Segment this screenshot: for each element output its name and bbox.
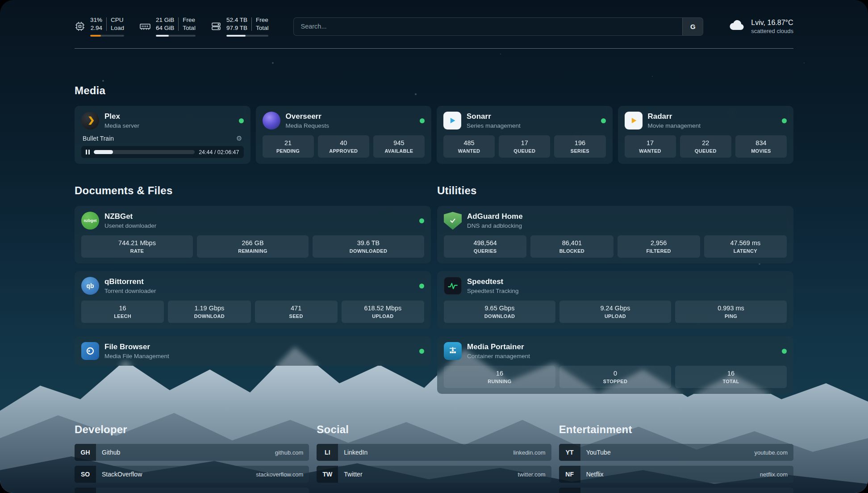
service-card-plex[interactable]: Plex Media server Bullet Train ⚙ <box>75 106 250 164</box>
service-desc: Series management <box>467 122 521 129</box>
memory-free-value: 21 GiB <box>156 16 174 24</box>
nzbget-icon: nzbget <box>81 212 99 230</box>
bookmark-stackoverflow[interactable]: SO StackOverflow stackoverflow.com <box>75 466 309 483</box>
memory-total-value: 64 GiB <box>156 24 174 32</box>
netflix-icon: NF <box>559 466 580 483</box>
section-media: Media Plex Media server <box>75 84 793 164</box>
service-card-qbittorrent[interactable]: qb qBittorrent Torrent downloader 16LEEC… <box>75 271 431 329</box>
stat-queries: 498,564QUERIES <box>444 235 526 258</box>
bookmark-youtube[interactable]: YT YouTube youtube.com <box>559 444 793 461</box>
status-dot <box>601 118 606 123</box>
search-input[interactable] <box>294 18 682 35</box>
twitter-icon: TW <box>317 466 338 483</box>
status-dot <box>420 118 425 123</box>
service-card-sonarr[interactable]: Sonarr Series management 485WANTED 17QUE… <box>437 106 613 164</box>
filebrowser-icon <box>81 342 99 360</box>
service-desc: Media File Management <box>104 353 169 359</box>
bookmark-reddit[interactable]: RE Reddit reddit.com <box>559 488 793 493</box>
overseerr-icon <box>263 112 280 130</box>
service-desc: Media server <box>104 122 139 129</box>
playback-progress[interactable] <box>94 150 195 154</box>
section-title-utilities: Utilities <box>437 184 793 197</box>
service-name: Overseerr <box>286 112 330 121</box>
stat-wanted: 17WANTED <box>625 135 676 158</box>
service-desc: Movie management <box>648 122 701 129</box>
service-name: Speedtest <box>467 277 519 286</box>
portainer-icon <box>444 342 462 360</box>
section-title-social: Social <box>317 423 551 436</box>
section-title-developer: Developer <box>75 423 309 436</box>
service-card-overseerr[interactable]: Overseerr Media Requests 21PENDING 40APP… <box>256 106 432 164</box>
cpu-widget: 31% 2.94 CPU Load <box>75 16 124 37</box>
service-name: Radarr <box>648 112 701 121</box>
weather-condition: scattered clouds <box>751 28 793 34</box>
search-bar: G <box>293 17 703 36</box>
stat-approved: 40APPROVED <box>318 135 369 158</box>
service-name: qBittorrent <box>104 277 156 286</box>
bookmark-netflix[interactable]: NF Netflix netflix.com <box>559 466 793 483</box>
stat-remaining: 266 GBREMAINING <box>197 235 309 258</box>
gear-icon[interactable]: ⚙ <box>236 134 242 142</box>
section-documents: Documents & Files nzbget NZBGet Usenet d… <box>75 184 431 394</box>
memory-total-label: Total <box>183 24 196 32</box>
service-name: Media Portainer <box>467 343 530 351</box>
status-dot <box>782 118 787 123</box>
section-title-entertainment: Entertainment <box>559 423 793 436</box>
service-card-filebrowser[interactable]: File Browser Media File Management <box>75 336 431 366</box>
stat-movies: 834MOVIES <box>735 135 787 158</box>
stat-blocked: 86,401BLOCKED <box>530 235 613 258</box>
stat-downloaded: 39.6 TBDOWNLOADED <box>313 235 424 258</box>
section-utilities: Utilities AdGuard Home DNS and adblo <box>437 184 793 394</box>
service-desc: Speedtest Tracking <box>467 288 519 294</box>
section-developer: Developer GH Github github.com SO StackO… <box>75 423 309 493</box>
stat-download: 1.19 GbpsDOWNLOAD <box>168 301 250 323</box>
cpu-icon <box>75 21 85 32</box>
search-provider-button[interactable]: G <box>682 18 703 35</box>
memory-progress-bar <box>156 35 196 37</box>
memory-free-label: Free <box>183 16 195 24</box>
service-name: File Browser <box>104 343 169 351</box>
sonarr-icon <box>443 112 461 130</box>
plex-icon <box>81 112 99 130</box>
memory-icon <box>139 21 151 32</box>
cloud-icon <box>728 19 745 34</box>
dev-icon: DT <box>75 488 96 493</box>
service-name: Sonarr <box>467 112 521 121</box>
stat-latency: 47.569 msLATENCY <box>704 235 787 258</box>
speedtest-icon <box>444 277 462 295</box>
divider <box>106 17 107 31</box>
qbittorrent-icon: qb <box>81 277 99 295</box>
stat-wanted: 485WANTED <box>443 135 495 158</box>
service-desc: DNS and adblocking <box>467 222 523 229</box>
status-dot <box>419 349 424 354</box>
bookmark-dev[interactable]: DT DEV dev.to <box>75 488 309 493</box>
reddit-icon: RE <box>559 488 580 493</box>
status-dot <box>419 218 424 223</box>
pause-icon[interactable] <box>86 150 90 155</box>
radarr-icon <box>625 112 643 130</box>
service-card-nzbget[interactable]: nzbget NZBGet Usenet downloader 744.21 M… <box>75 206 431 263</box>
status-dot <box>239 118 244 123</box>
stat-upload: 618.52 MbpsUPLOAD <box>342 301 424 323</box>
cpu-label: CPU <box>111 16 124 24</box>
service-card-portainer[interactable]: Media Portainer Container management 16R… <box>437 336 793 394</box>
plex-now-playing-widget: Bullet Train ⚙ 24:44 / 02:06:47 <box>81 134 244 158</box>
stat-queued: 17QUEUED <box>499 135 550 158</box>
service-card-radarr[interactable]: Radarr Movie management 17WANTED 22QUEUE… <box>618 106 794 164</box>
disk-icon <box>211 21 221 32</box>
bookmark-linkedin[interactable]: LI LinkedIn linkedin.com <box>317 444 551 461</box>
stat-download: 9.65 GbpsDOWNLOAD <box>444 301 555 323</box>
divider <box>178 17 179 31</box>
bookmark-github[interactable]: GH Github github.com <box>75 444 309 461</box>
cpu-progress-bar <box>90 35 124 37</box>
service-name: NZBGet <box>104 212 156 221</box>
dashboard-screen: 31% 2.94 CPU Load <box>0 0 868 493</box>
linkedin-icon: LI <box>317 444 338 461</box>
service-card-adguard[interactable]: AdGuard Home DNS and adblocking 498,564Q… <box>437 206 793 263</box>
weather-widget: Lviv, 16.87°C scattered clouds <box>728 19 793 34</box>
service-card-speedtest[interactable]: Speedtest Speedtest Tracking 9.65 GbpsDO… <box>437 271 793 329</box>
disk-total-label: Total <box>256 24 269 32</box>
stat-stopped: 0STOPPED <box>559 366 671 388</box>
section-entertainment: Entertainment YT YouTube youtube.com NF … <box>559 423 793 493</box>
bookmark-twitter[interactable]: TW Twitter twitter.com <box>317 466 551 483</box>
